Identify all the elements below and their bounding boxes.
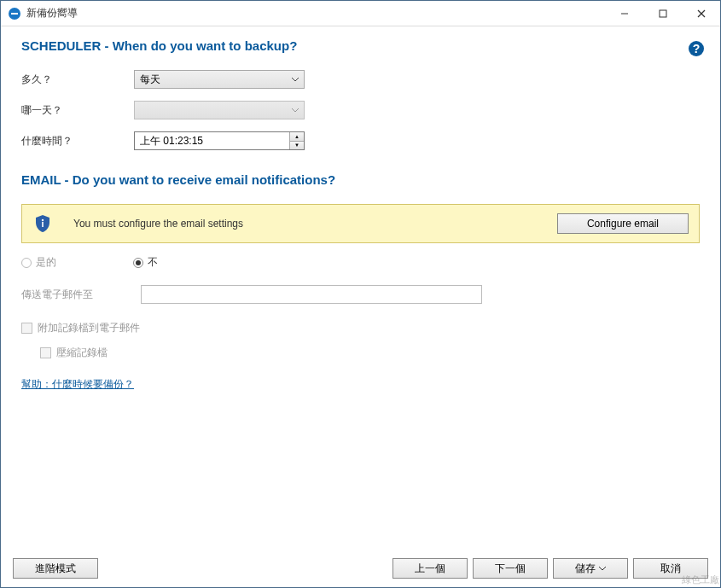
- window-title: 新備份嚮導: [26, 6, 605, 20]
- radio-yes: [21, 258, 32, 268]
- help-link[interactable]: 幫助：什麼時候要備份？: [21, 377, 134, 392]
- email-notice-text: You must configure the email settings: [73, 218, 537, 230]
- radio-no[interactable]: [133, 258, 143, 268]
- help-icon[interactable]: ?: [688, 40, 705, 57]
- radio-yes-group: 是的: [21, 255, 56, 270]
- attach-log-label: 附加記錄檔到電子郵件: [38, 321, 140, 335]
- time-input[interactable]: 上午 01:23:15 ▲ ▼: [134, 131, 305, 150]
- chevron-down-icon: [287, 102, 304, 119]
- window-controls: [605, 1, 720, 26]
- frequency-value: 每天: [140, 73, 160, 87]
- svg-rect-9: [42, 222, 44, 227]
- send-to-input[interactable]: [141, 285, 482, 304]
- close-button[interactable]: [682, 1, 720, 26]
- minimize-button[interactable]: [605, 1, 643, 26]
- attach-log-checkbox: [21, 323, 32, 334]
- save-button[interactable]: 儲存: [553, 558, 628, 579]
- time-row: 什麼時間？ 上午 01:23:15 ▲ ▼: [21, 131, 700, 150]
- save-button-label: 儲存: [575, 562, 596, 576]
- svg-text:?: ?: [693, 42, 701, 55]
- shield-info-icon: [32, 213, 53, 234]
- footer-bar: 進階模式 上一個 下一個 儲存 取消: [1, 551, 720, 587]
- app-icon: [8, 7, 21, 20]
- svg-point-8: [42, 219, 44, 221]
- spinner-up-button[interactable]: ▲: [290, 132, 304, 142]
- time-spinner: ▲ ▼: [289, 132, 304, 149]
- day-select: [134, 101, 305, 119]
- titlebar: 新備份嚮導: [1, 1, 720, 26]
- frequency-label: 多久？: [21, 73, 134, 87]
- watermark: 綠色工廠: [682, 573, 719, 586]
- chevron-down-icon: [287, 71, 304, 88]
- maximize-button[interactable]: [643, 1, 682, 26]
- radio-no-label: 不: [148, 255, 158, 270]
- day-row: 哪一天？: [21, 101, 700, 119]
- compress-log-label: 壓縮記錄檔: [56, 346, 108, 360]
- send-to-label: 傳送電子郵件至: [21, 288, 141, 302]
- radio-yes-label: 是的: [36, 255, 56, 270]
- email-heading: EMAIL - Do you want to receive email not…: [21, 172, 700, 187]
- attach-log-row: 附加記錄檔到電子郵件: [21, 321, 700, 335]
- day-label: 哪一天？: [21, 103, 134, 118]
- spinner-down-button[interactable]: ▼: [290, 142, 304, 150]
- time-label: 什麼時間？: [21, 134, 134, 148]
- window-frame: 新備份嚮導 ? SCHEDULER - When do you want to …: [0, 0, 721, 588]
- advanced-mode-button[interactable]: 進階模式: [13, 558, 98, 579]
- email-notice-bar: You must configure the email settings Co…: [21, 204, 700, 243]
- compress-log-checkbox: [40, 347, 51, 358]
- previous-button[interactable]: 上一個: [392, 558, 468, 579]
- email-enable-radios: 是的 不: [21, 255, 700, 270]
- send-to-row: 傳送電子郵件至: [21, 285, 700, 304]
- chevron-down-icon: [599, 567, 606, 571]
- compress-log-row: 壓縮記錄檔: [40, 346, 700, 360]
- svg-rect-1: [11, 13, 18, 15]
- scheduler-heading: SCHEDULER - When do you want to backup?: [21, 38, 700, 53]
- svg-rect-3: [660, 10, 666, 17]
- time-value: 上午 01:23:15: [135, 134, 289, 148]
- configure-email-button[interactable]: Configure email: [557, 213, 689, 234]
- next-button[interactable]: 下一個: [473, 558, 548, 579]
- radio-no-group: 不: [133, 255, 158, 270]
- frequency-row: 多久？ 每天: [21, 70, 700, 89]
- frequency-select[interactable]: 每天: [134, 70, 305, 89]
- content-area: ? SCHEDULER - When do you want to backup…: [1, 26, 720, 551]
